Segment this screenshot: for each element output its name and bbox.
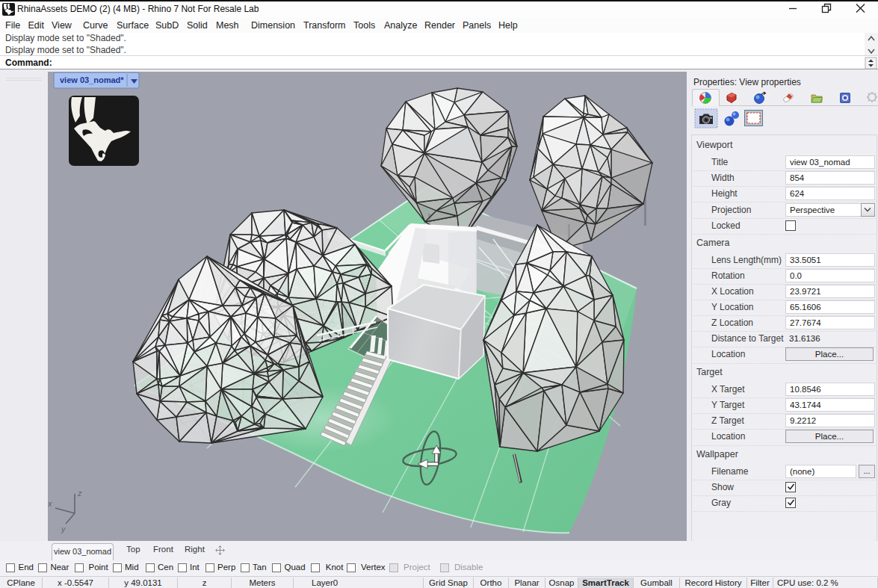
svg-text:z: z (77, 489, 82, 498)
svg-text:x: x (48, 499, 52, 508)
svg-text:view 03_nomad*: view 03_nomad* (60, 75, 124, 84)
